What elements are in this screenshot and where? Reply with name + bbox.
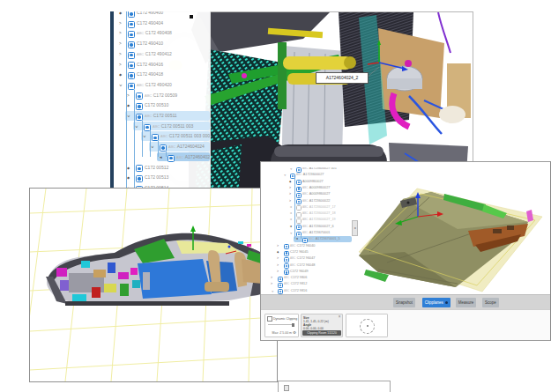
chevron-down-icon[interactable]: > (280, 174, 287, 176)
tree-guide-line (126, 11, 127, 214)
rotation-dial[interactable] (360, 319, 375, 334)
part-callout[interactable]: A1724604024_2 (316, 72, 369, 84)
tree-row[interactable]: >ABCA1723670001 (261, 230, 352, 236)
part-label: ABCA1724604024_2 (176, 152, 211, 163)
tree-row[interactable]: >ABCC172 96048 (261, 263, 352, 269)
chevron-down-icon[interactable]: > (138, 136, 149, 138)
toolbar-button-clipplanes[interactable]: Clipplanes (422, 298, 450, 307)
part-visibility-icon[interactable] (136, 92, 143, 100)
chevron-right-icon[interactable]: > (119, 60, 122, 70)
tree-row[interactable]: >ABCA1723600027 (261, 172, 352, 178)
tree-row[interactable]: >ABCC172 9806 (261, 275, 352, 281)
part-label: C172 96045 (290, 249, 309, 255)
chevron-down-icon[interactable]: > (130, 125, 141, 128)
chevron-right-icon[interactable]: > (277, 243, 279, 249)
part-visibility-icon[interactable] (152, 134, 159, 141)
chevron-down-icon[interactable]: > (287, 168, 293, 170)
tree-row[interactable]: >ABCC172 00511 (110, 111, 210, 122)
chevron-right-icon[interactable]: > (119, 18, 122, 29)
tree-row[interactable]: >ABCC172 00509 (110, 91, 210, 101)
tree-row[interactable]: >C172 490410 (110, 39, 210, 49)
tree-row[interactable]: ◄ABCA1723600027_17 (261, 204, 352, 211)
tree-row[interactable]: >ABCC172 490420 (110, 80, 210, 91)
tree-row[interactable]: >ABCA1724604024 (110, 142, 210, 152)
chevron-right-icon[interactable]: > (277, 255, 279, 262)
tree-row[interactable]: ◆A0009860027 (261, 179, 352, 185)
chevron-down-icon[interactable]: > (146, 146, 157, 149)
chevron-right-icon[interactable]: > (119, 28, 122, 39)
tree-row[interactable]: >ABCC172 96047 (261, 255, 352, 262)
tree-row[interactable]: ◆C172 490400 (110, 11, 210, 18)
clipping-room-button[interactable]: Clipping Room 111120 (302, 330, 341, 336)
part-visibility-icon[interactable] (136, 165, 143, 172)
tree-row[interactable]: >ABCC172 490408 (110, 28, 210, 39)
part-visibility-icon[interactable] (128, 11, 135, 18)
tree-row[interactable]: >C172 96049 (261, 269, 352, 275)
tree-row[interactable]: ◄ABCA1723670001_5 (261, 236, 352, 242)
tree-row[interactable]: ◄ABCA1723600027_18 (261, 211, 352, 217)
part-label: ABCC172 9806 (284, 275, 307, 281)
chevron-right-icon[interactable]: > (271, 275, 272, 281)
chevron-down-icon[interactable]: > (115, 84, 125, 86)
tree-row[interactable]: >ABCC172 00511 003 0002 (110, 131, 210, 142)
chevron-right-icon[interactable]: > (289, 198, 291, 204)
part-visibility-icon[interactable] (160, 144, 167, 152)
toolbar-button-snapshot[interactable]: Snapshot (393, 298, 415, 307)
part-visibility-icon[interactable] (136, 175, 143, 182)
part-visibility-icon[interactable] (128, 62, 135, 69)
chevron-right-icon[interactable]: > (289, 185, 291, 191)
part-visibility-icon[interactable] (128, 52, 135, 59)
tree-row[interactable]: ◆C172 96045 (261, 249, 352, 255)
resize-handle[interactable] (190, 15, 193, 18)
tree-row[interactable]: ◆C172 00512 (110, 163, 210, 174)
gear-icon[interactable]: ⚙ (293, 330, 296, 335)
chevron-right-icon[interactable]: > (271, 281, 272, 287)
tree-row[interactable]: >ABCA0009860027 (261, 191, 352, 197)
tree-row[interactable]: >ABCC172 96040 (261, 243, 352, 249)
tree-row[interactable]: ◆C172 490418 (110, 70, 210, 80)
chevron-down-icon[interactable]: > (268, 290, 274, 292)
tree-row[interactable]: ◆C172 00510 (110, 100, 210, 111)
dynamic-clipping-checkbox[interactable] (267, 316, 272, 322)
part-visibility-icon[interactable] (168, 155, 175, 162)
part-visibility-icon[interactable] (144, 124, 151, 131)
chevron-right-icon[interactable]: > (119, 49, 122, 60)
chevron-down-icon[interactable]: > (287, 233, 293, 234)
tree-row[interactable]: ◄ABCA1723600027_19 (261, 217, 352, 223)
part-visibility-icon[interactable] (128, 21, 135, 28)
tree-row[interactable]: ◆C172 00513 (110, 173, 210, 183)
tree-row[interactable]: ◄ABCA1724604024_2 (110, 152, 210, 163)
part-label: C172 96049 (290, 269, 309, 275)
toolbar-button-scope[interactable]: Scope (482, 298, 499, 307)
clipping-slider[interactable] (268, 324, 294, 325)
part-visibility-icon[interactable] (136, 103, 143, 110)
hood-3d-viewport[interactable] (352, 167, 550, 294)
part-visibility-icon[interactable] (128, 83, 135, 90)
collapse-tab[interactable]: ◂ (352, 220, 358, 236)
part-visibility-icon[interactable] (136, 114, 143, 121)
tree-row[interactable]: >ABCC172 00511 003 (110, 122, 210, 132)
chevron-right-icon[interactable]: > (119, 39, 122, 49)
slider-thumb[interactable] (292, 323, 294, 327)
chevron-down-icon[interactable]: > (123, 115, 133, 118)
chevron-right-icon[interactable]: > (277, 269, 279, 275)
tree-row[interactable]: ◄ABCA1723600027_6 (261, 224, 352, 230)
close-icon[interactable]: × (339, 314, 341, 319)
tree-row[interactable]: >C172 490416 (110, 60, 210, 70)
abc-badge: ABC (145, 114, 152, 118)
part-visibility-icon[interactable] (128, 31, 135, 38)
tree-row[interactable]: >ABCC172 9812 (261, 281, 352, 287)
tree-row[interactable]: >C172 490404 (110, 18, 210, 29)
chevron-right-icon[interactable]: > (277, 263, 279, 269)
tree-row[interactable]: >ABCA0009860027 (261, 185, 352, 191)
chevron-right-icon[interactable]: > (127, 91, 130, 101)
tree-row[interactable]: >ABCA1723600022 (261, 198, 352, 204)
tree-row[interactable]: >ABCC172 9816 (261, 288, 352, 294)
tree-row[interactable]: >ABCC172 490412 (110, 49, 210, 60)
max-value: Max: Z 5.00 m (272, 331, 292, 335)
toolbar-button-measure[interactable]: Measure (456, 298, 477, 307)
car-3d-viewport[interactable] (29, 188, 278, 382)
part-visibility-icon[interactable] (128, 72, 135, 79)
part-visibility-icon[interactable] (128, 41, 135, 48)
chevron-right-icon[interactable]: > (289, 191, 291, 197)
